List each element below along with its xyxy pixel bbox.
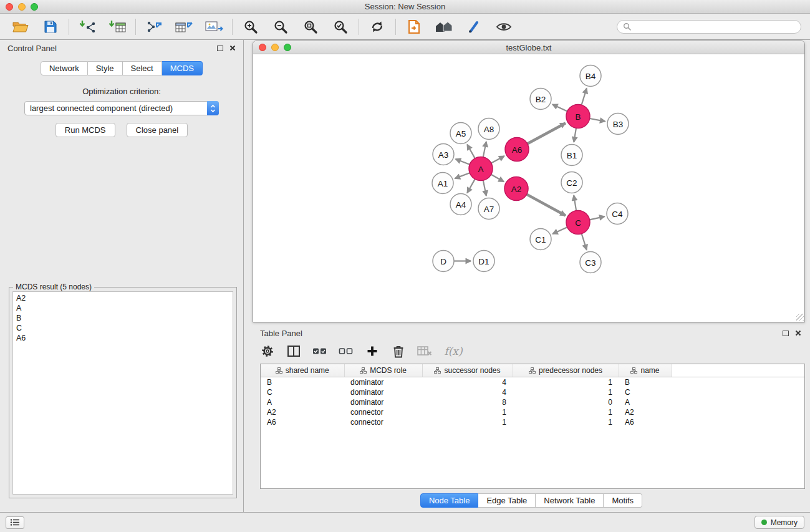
show-columns-button[interactable]	[282, 342, 305, 360]
graph-edge-A-A7[interactable]	[483, 180, 486, 196]
table-cell[interactable]: A6	[619, 417, 672, 427]
delete-column-button[interactable]	[387, 342, 410, 360]
mcds-result-item[interactable]: A2	[16, 293, 229, 303]
save-session-button[interactable]	[39, 17, 62, 37]
graph-node-A5[interactable]: A5	[450, 123, 471, 144]
graph-node-B2[interactable]: B2	[530, 89, 551, 110]
column-header[interactable]: predecessor nodes	[513, 364, 619, 377]
graph-node-B[interactable]: B	[566, 105, 590, 128]
graph-edge-A-A6[interactable]	[491, 156, 504, 163]
table-row[interactable]: Cdominator41C	[261, 387, 804, 397]
graph-edge-C-C4[interactable]	[590, 216, 605, 220]
tab-edge-table[interactable]: Edge Table	[478, 493, 536, 508]
graph-edge-B-B1[interactable]	[574, 128, 576, 142]
import-table-button[interactable]	[105, 17, 129, 37]
tab-network-table[interactable]: Network Table	[536, 493, 604, 508]
float-table-panel-icon[interactable]	[783, 331, 789, 336]
graph-node-B3[interactable]: B3	[607, 114, 629, 135]
tab-node-table[interactable]: Node Table	[420, 493, 479, 508]
table-cell[interactable]: A	[261, 397, 344, 407]
table-cell[interactable]: connector	[344, 407, 422, 417]
tab-select[interactable]: Select	[123, 61, 162, 75]
graph-node-A1[interactable]: A1	[432, 173, 453, 194]
graph-edge-C-C3[interactable]	[582, 234, 587, 250]
graph-node-C4[interactable]: C4	[607, 203, 628, 225]
column-header[interactable]: MCDS role	[344, 364, 422, 377]
graph-edge-B-B4[interactable]	[582, 89, 587, 105]
deselect-all-button[interactable]	[335, 342, 357, 360]
table-cell[interactable]: A6	[261, 417, 344, 427]
table-row[interactable]: Bdominator41B	[261, 377, 804, 387]
network-canvas[interactable]: B4B2BB3A5A8A6B1A3AC2A1A2A4A7C4CC1C3DD1	[253, 54, 804, 322]
zoom-window-button[interactable]	[31, 3, 38, 11]
table-cell[interactable]: 8	[422, 397, 513, 407]
table-cell[interactable]: 1	[513, 387, 619, 397]
table-cell[interactable]: connector	[344, 417, 422, 427]
graph-edge-C-C1[interactable]	[552, 227, 567, 234]
memory-button[interactable]: Memory	[755, 516, 804, 529]
show-hide-button[interactable]	[492, 17, 516, 37]
graph-edge-A-A3[interactable]	[456, 159, 470, 165]
import-network-button[interactable]	[75, 17, 99, 37]
graph-edge-A-A5[interactable]	[467, 145, 475, 158]
network-minimize-button[interactable]	[271, 44, 279, 51]
graph-node-A4[interactable]: A4	[450, 194, 471, 215]
zoom-out-button[interactable]	[269, 17, 292, 37]
search-box[interactable]	[617, 20, 801, 34]
criterion-dropdown[interactable]: largest connected component (directed)	[24, 101, 219, 115]
graph-edge-A-A1[interactable]	[455, 173, 470, 178]
table-cell[interactable]: 1	[422, 417, 513, 427]
table-cell[interactable]: B	[261, 377, 344, 387]
export-image-button[interactable]	[202, 17, 226, 37]
network-zoom-button[interactable]	[284, 44, 291, 51]
mcds-result-item[interactable]: C	[16, 323, 229, 333]
table-cell[interactable]: B	[619, 377, 672, 387]
graph-node-A8[interactable]: A8	[478, 118, 499, 140]
graph-node-C3[interactable]: C3	[580, 252, 601, 273]
add-column-button[interactable]	[361, 342, 383, 360]
column-header[interactable]: shared name	[261, 364, 344, 377]
open-document-button[interactable]	[402, 17, 426, 37]
table-cell[interactable]: A2	[619, 407, 672, 417]
tab-network[interactable]: Network	[41, 61, 88, 75]
zoom-in-button[interactable]	[239, 17, 263, 37]
close-panel-icon[interactable]	[229, 45, 236, 51]
graph-node-B1[interactable]: B1	[561, 145, 582, 166]
run-mcds-button[interactable]: Run MCDS	[55, 123, 115, 137]
table-mode-button[interactable]	[256, 342, 279, 360]
graph-node-A2[interactable]: A2	[504, 177, 528, 201]
graph-node-D[interactable]: D	[433, 251, 454, 272]
mcds-result-list[interactable]: A2ABCA6	[12, 291, 233, 495]
graph-edge-A6-B[interactable]	[528, 123, 566, 143]
graph-edge-A-A4[interactable]	[467, 179, 475, 193]
export-network-button[interactable]	[142, 17, 166, 37]
table-cell[interactable]: 1	[513, 407, 619, 417]
table-row[interactable]: Adominator80A	[261, 397, 804, 407]
mcds-result-item[interactable]: A6	[16, 333, 229, 343]
select-all-button[interactable]	[309, 342, 331, 360]
function-builder-button[interactable]: f(x)	[440, 342, 467, 360]
graph-edge-B-B2[interactable]	[552, 104, 567, 111]
graph-node-A3[interactable]: A3	[433, 144, 454, 165]
tab-motifs[interactable]: Motifs	[604, 493, 642, 508]
tab-mcds[interactable]: MCDS	[162, 61, 203, 75]
export-table-button[interactable]	[172, 17, 196, 37]
graph-node-A6[interactable]: A6	[505, 138, 529, 162]
table-cell[interactable]: dominator	[344, 377, 422, 387]
graph-node-C[interactable]: C	[566, 211, 590, 235]
network-close-button[interactable]	[259, 44, 266, 51]
graph-edge-A-A2[interactable]	[491, 175, 504, 181]
table-cell[interactable]: 1	[513, 377, 619, 387]
graph-edge-A-A8[interactable]	[483, 142, 486, 157]
table-cell[interactable]: dominator	[344, 387, 422, 397]
mcds-result-item[interactable]: A	[16, 303, 229, 313]
table-cell[interactable]: C	[261, 387, 344, 397]
table-cell[interactable]: 4	[422, 377, 513, 387]
close-panel-button[interactable]: Close panel	[127, 123, 188, 137]
graph-node-A7[interactable]: A7	[478, 198, 499, 220]
graph-edge-B-B3[interactable]	[590, 118, 605, 122]
delete-table-button[interactable]	[413, 342, 436, 360]
table-cell[interactable]: 1	[422, 407, 513, 417]
table-cell[interactable]: A2	[261, 407, 344, 417]
table-row[interactable]: A6connector11A6	[261, 417, 804, 427]
